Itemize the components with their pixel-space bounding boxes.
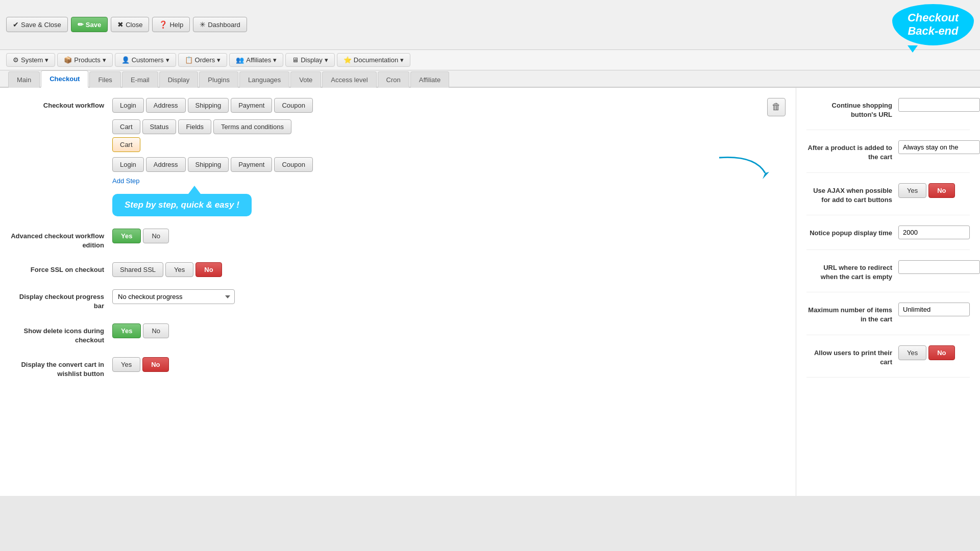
nav-affiliates[interactable]: 👥 Affiliates ▾ [229,53,283,67]
step-payment-1[interactable]: Payment [231,98,272,113]
allow-print-yes[interactable]: Yes [898,345,926,360]
step-cart-1[interactable]: Cart [112,119,140,134]
convert-cart-yesno: Yes No [112,357,169,372]
system-icon: ⚙ [13,56,19,64]
checkout-workflow-label: Checkout workflow [10,98,112,110]
progress-bar-select[interactable]: No checkout progress Top progress bar St… [112,289,235,304]
tab-checkout[interactable]: Checkout [41,70,88,88]
convert-cart-yes[interactable]: Yes [112,357,140,372]
notice-popup-label: Notice popup display time [806,226,898,238]
step-terms-1[interactable]: Terms and conditions [213,119,291,134]
step-payment-2[interactable]: Payment [231,157,272,172]
force-ssl-content: Shared SSL Yes No [112,262,786,277]
step-coupon-2[interactable]: Coupon [274,157,313,172]
after-product-added-input[interactable] [898,140,980,154]
close-button[interactable]: ✖ Close [111,17,149,32]
tab-display[interactable]: Display [159,71,199,88]
step-shipping-1[interactable]: Shipping [188,98,229,113]
add-step-link[interactable]: Add Step [112,177,140,185]
show-delete-icons-no[interactable]: No [143,323,169,338]
advanced-checkout-yesno: Yes No [112,229,169,243]
trash-icon: 🗑 [772,102,781,112]
orders-icon: 📋 [185,56,193,64]
force-ssl-label: Force SSL on checkout [10,262,112,274]
after-product-added-row: After a product is added to the cart [806,140,970,172]
progress-bar-content: No checkout progress Top progress bar St… [112,289,786,304]
force-ssl-no[interactable]: No [195,262,222,277]
use-ajax-content: Yes No [898,183,970,198]
workflow-row-2: Cart Status Fields Terms and conditions [112,119,786,134]
step-login-1[interactable]: Login [112,98,144,113]
convert-cart-no[interactable]: No [142,357,168,372]
url-redirect-row: URL where to redirect when the cart is e… [806,260,970,292]
nav-display[interactable]: 🖥 Display ▾ [285,53,335,67]
step-cart-dragging[interactable]: Cart [112,137,140,152]
tab-vote[interactable]: Vote [290,71,321,88]
help-icon: ❓ [159,20,167,29]
workflow-row-3: Login Address Shipping Payment Coupon [112,157,786,172]
nav-orders[interactable]: 📋 Orders ▾ [178,53,228,67]
tabs-bar: Main Checkout Files E-mail Display Plugi… [0,70,980,88]
nav-system[interactable]: ⚙ System ▾ [6,53,55,67]
show-delete-icons-yes[interactable]: Yes [112,323,141,338]
delete-row-button[interactable]: 🗑 [767,98,786,116]
tab-email[interactable]: E-mail [122,71,158,88]
advanced-checkout-no[interactable]: No [143,229,169,243]
customers-icon: 👤 [121,56,130,64]
products-icon: 📦 [64,56,72,64]
force-ssl-shared[interactable]: Shared SSL [112,262,163,277]
tab-affiliate[interactable]: Affiliate [410,71,449,88]
nav-products[interactable]: 📦 Products ▾ [57,53,112,67]
allow-print-label: Allow users to print their cart [806,345,898,367]
advanced-checkout-label: Advanced checkout workflow edition [10,229,112,250]
save-close-button[interactable]: ✔ Save & Close [6,17,68,32]
tab-files[interactable]: Files [89,71,120,88]
step-coupon-1[interactable]: Coupon [274,98,313,113]
nav-documentation[interactable]: ⭐ Documentation ▾ [337,53,410,67]
use-ajax-yes[interactable]: Yes [898,183,926,198]
nav-bar: ⚙ System ▾ 📦 Products ▾ 👤 Customers ▾ 📋 … [0,50,980,70]
force-ssl-yes[interactable]: Yes [165,262,193,277]
url-redirect-input[interactable] [898,260,980,274]
chevron-down-icon: ▾ [217,56,220,64]
step-shipping-2[interactable]: Shipping [188,157,229,172]
step-address-1[interactable]: Address [146,98,186,113]
nav-customers[interactable]: 👤 Customers ▾ [115,53,176,67]
tab-languages[interactable]: Languages [239,71,289,88]
continue-shopping-input[interactable] [898,98,980,112]
continue-shopping-content [898,98,980,112]
notice-popup-input[interactable] [898,226,970,239]
url-redirect-label: URL where to redirect when the cart is e… [806,260,898,282]
save-button[interactable]: ✏ Save [71,17,108,32]
check-icon: ✔ [13,20,19,29]
svg-marker-0 [763,172,769,179]
step-login-2[interactable]: Login [112,157,144,172]
tab-plugins[interactable]: Plugins [199,71,238,88]
force-ssl-group: Shared SSL Yes No [112,262,222,277]
checkout-backend-logo: Checkout Back-end [892,4,974,45]
allow-print-content: Yes No [898,345,970,360]
drag-arrow-decoration [714,153,775,185]
use-ajax-no[interactable]: No [928,183,954,198]
convert-cart-content: Yes No [112,357,786,372]
advanced-checkout-yes[interactable]: Yes [112,229,141,243]
dashboard-button[interactable]: ✳ Dashboard [193,17,247,32]
continue-shopping-label: Continue shopping button's URL [806,98,898,119]
convert-cart-row: Display the convert cart in wishlist but… [10,357,786,379]
allow-print-no[interactable]: No [928,345,954,360]
use-ajax-label: Use AJAX when possible for add to cart b… [806,183,898,205]
help-button[interactable]: ❓ Help [152,17,190,32]
tooltip-bubble: Step by step, quick & easy ! [112,194,252,216]
max-items-input[interactable] [898,303,970,316]
after-product-added-content [898,140,980,154]
tab-cron[interactable]: Cron [378,71,409,88]
chevron-down-icon: ▾ [273,56,277,64]
step-address-2[interactable]: Address [146,157,186,172]
continue-shopping-row: Continue shopping button's URL [806,98,970,130]
workflow-row-drag: Cart [112,137,140,152]
tab-access-level[interactable]: Access level [322,71,376,88]
step-fields-1[interactable]: Fields [178,119,211,134]
step-status-1[interactable]: Status [142,119,177,134]
tab-main[interactable]: Main [8,71,40,88]
allow-print-row: Allow users to print their cart Yes No [806,345,970,378]
